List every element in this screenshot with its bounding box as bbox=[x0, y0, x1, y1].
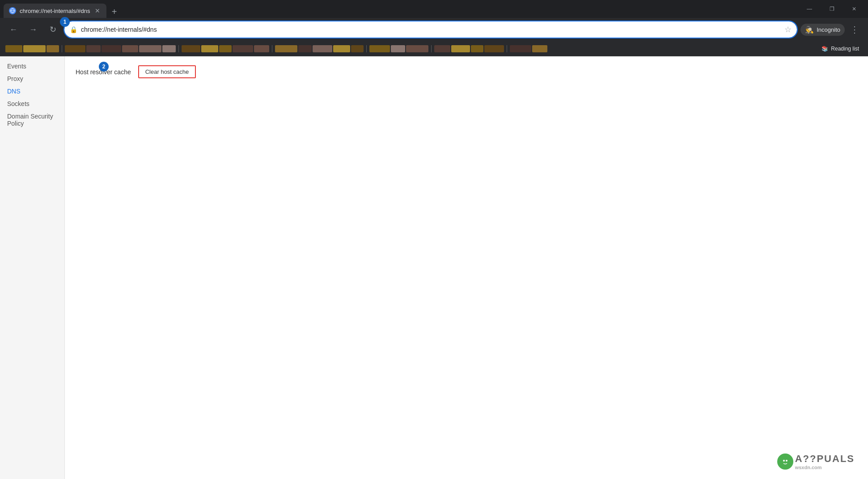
maximize-button[interactable]: ❐ bbox=[821, 2, 842, 16]
bookmark-star-icon[interactable]: ☆ bbox=[784, 25, 792, 34]
reading-list-icon: 📚 bbox=[821, 46, 828, 52]
clear-host-cache-button[interactable]: Clear host cache bbox=[138, 65, 196, 78]
tab-close-btn[interactable]: ✕ bbox=[94, 6, 101, 15]
bookmark-27[interactable] bbox=[510, 45, 531, 52]
bookmark-9[interactable] bbox=[162, 45, 176, 52]
bookmarks-separator-6 bbox=[507, 45, 507, 52]
bookmark-3[interactable] bbox=[47, 45, 59, 52]
tab-favicon bbox=[9, 7, 16, 14]
bookmark-2[interactable] bbox=[23, 45, 46, 52]
incognito-label: Incognito bbox=[817, 26, 840, 33]
watermark-logo bbox=[777, 454, 793, 470]
bookmark-1[interactable] bbox=[5, 45, 22, 52]
incognito-icon: 🕵 bbox=[805, 25, 814, 34]
watermark: A??PUALS wsxdn.com bbox=[777, 453, 855, 470]
svg-point-3 bbox=[786, 460, 788, 462]
chrome-menu-button[interactable]: ⋮ bbox=[847, 21, 863, 38]
lock-icon: 🔒 bbox=[70, 26, 77, 33]
sidebar: Events Proxy DNS Sockets Domain Security… bbox=[0, 56, 65, 479]
bookmark-28[interactable] bbox=[532, 45, 547, 52]
watermark-domain: wsxdn.com bbox=[795, 465, 822, 470]
watermark-text-area: A??PUALS wsxdn.com bbox=[795, 453, 855, 470]
bookmarks-separator-5 bbox=[431, 45, 432, 52]
nav-right-area: 🕵 Incognito ⋮ bbox=[800, 21, 863, 38]
bookmark-5[interactable] bbox=[86, 45, 101, 52]
bookmarks-separator-1 bbox=[62, 45, 62, 52]
new-tab-button[interactable]: + bbox=[108, 5, 121, 18]
sidebar-item-proxy[interactable]: Proxy bbox=[0, 72, 64, 85]
minimize-button[interactable]: — bbox=[799, 2, 820, 16]
bookmark-13[interactable] bbox=[233, 45, 253, 52]
bookmark-26[interactable] bbox=[484, 45, 504, 52]
reading-list-button[interactable]: 📚 Reading list bbox=[818, 44, 863, 54]
dns-section: Host resolver cache Clear host cache bbox=[76, 65, 857, 78]
refresh-button[interactable]: ↻ bbox=[45, 21, 61, 38]
bookmark-16[interactable] bbox=[298, 45, 312, 52]
bookmark-11[interactable] bbox=[201, 45, 218, 52]
bookmarks-separator-4 bbox=[366, 45, 367, 52]
reading-list-label: Reading list bbox=[831, 46, 859, 52]
bookmark-21[interactable] bbox=[391, 45, 405, 52]
bookmark-12[interactable] bbox=[219, 45, 232, 52]
bookmarks-separator-3 bbox=[272, 45, 272, 52]
bookmarks-bar: 📚 Reading list bbox=[0, 41, 868, 56]
back-button[interactable]: ← bbox=[5, 21, 21, 38]
bookmark-18[interactable] bbox=[333, 45, 350, 52]
bookmark-23[interactable] bbox=[434, 45, 450, 52]
bookmark-15[interactable] bbox=[275, 45, 297, 52]
bookmark-10[interactable] bbox=[182, 45, 200, 52]
address-bar[interactable]: 1 🔒 ☆ bbox=[64, 21, 797, 38]
bookmark-14[interactable] bbox=[254, 45, 269, 52]
forward-button[interactable]: → bbox=[25, 21, 41, 38]
bookmark-17[interactable] bbox=[313, 45, 332, 52]
bookmark-19[interactable] bbox=[351, 45, 364, 52]
bookmark-24[interactable] bbox=[451, 45, 470, 52]
svg-point-2 bbox=[783, 460, 785, 462]
dns-page-content: 2 Host resolver cache Clear host cache A… bbox=[65, 56, 868, 479]
navigation-bar: ← → ↻ 1 🔒 ☆ 🕵 Incognito ⋮ bbox=[0, 18, 868, 41]
annotation-badge-2: 2 bbox=[99, 62, 109, 72]
window-controls: — ❐ ✕ bbox=[799, 2, 864, 16]
bookmark-7[interactable] bbox=[122, 45, 138, 52]
sidebar-item-domain-security-policy[interactable]: Domain Security Policy bbox=[0, 110, 64, 130]
bookmark-22[interactable] bbox=[406, 45, 428, 52]
sidebar-item-events[interactable]: Events bbox=[0, 60, 64, 72]
tab-area: chrome://net-internals/#dns ✕ + bbox=[4, 0, 799, 18]
annotation-badge-1: 1 bbox=[60, 17, 70, 27]
main-content: Events Proxy DNS Sockets Domain Security… bbox=[0, 56, 868, 479]
bookmarks-strip bbox=[5, 41, 816, 56]
bookmark-4[interactable] bbox=[65, 45, 85, 52]
active-tab[interactable]: chrome://net-internals/#dns ✕ bbox=[4, 4, 106, 18]
bookmark-20[interactable] bbox=[369, 45, 390, 52]
sidebar-item-dns[interactable]: DNS bbox=[0, 85, 64, 97]
bookmarks-separator-2 bbox=[178, 45, 179, 52]
title-bar: chrome://net-internals/#dns ✕ + — ❐ ✕ bbox=[0, 0, 868, 18]
address-input[interactable] bbox=[81, 26, 781, 33]
bookmark-25[interactable] bbox=[471, 45, 483, 52]
close-window-button[interactable]: ✕ bbox=[844, 2, 864, 16]
sidebar-item-sockets[interactable]: Sockets bbox=[0, 97, 64, 110]
bookmark-8[interactable] bbox=[139, 45, 161, 52]
watermark-brand: A??PUALS bbox=[795, 453, 855, 465]
tab-title: chrome://net-internals/#dns bbox=[20, 8, 90, 14]
bookmark-6[interactable] bbox=[102, 45, 121, 52]
incognito-button[interactable]: 🕵 Incognito bbox=[800, 24, 845, 36]
